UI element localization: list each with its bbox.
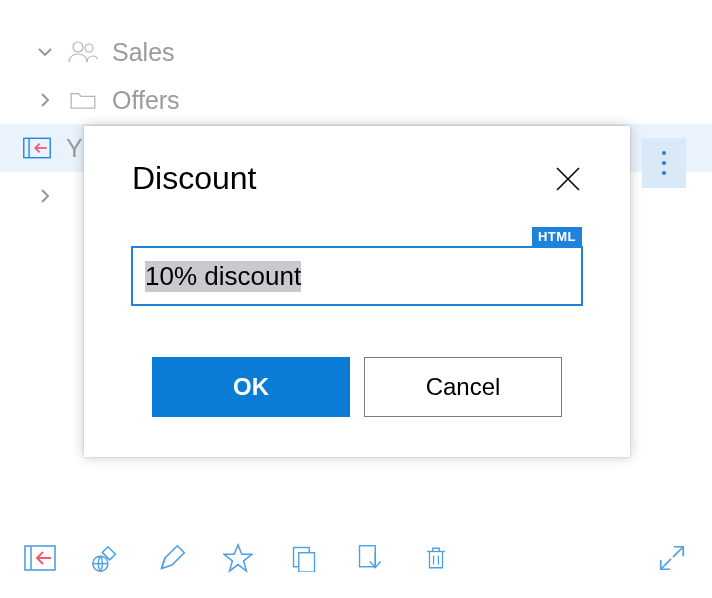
dialog-title: Discount bbox=[132, 160, 257, 197]
people-icon bbox=[68, 40, 98, 64]
star-icon[interactable] bbox=[222, 542, 254, 574]
svg-rect-15 bbox=[299, 553, 315, 572]
chevron-right-icon bbox=[36, 187, 54, 205]
svg-point-1 bbox=[85, 44, 93, 52]
close-icon[interactable] bbox=[554, 165, 582, 193]
cancel-button[interactable]: Cancel bbox=[364, 357, 562, 417]
copy-icon[interactable] bbox=[288, 542, 320, 574]
more-options-button[interactable] bbox=[642, 138, 686, 188]
tree-item-label: Sales bbox=[112, 38, 175, 67]
folder-arrow-icon bbox=[22, 136, 52, 160]
svg-line-21 bbox=[661, 559, 671, 569]
tree-item-label: Y bbox=[66, 134, 83, 163]
tree-item-label: Offers bbox=[112, 86, 180, 115]
tree-item-offers[interactable]: Offers bbox=[0, 76, 712, 124]
discount-dialog: Discount HTML OK Cancel bbox=[84, 126, 630, 457]
globe-pen-icon[interactable] bbox=[90, 542, 122, 574]
pencil-icon[interactable] bbox=[156, 542, 188, 574]
svg-line-20 bbox=[673, 547, 683, 557]
field-type-badge: HTML bbox=[532, 227, 582, 246]
svg-marker-13 bbox=[224, 545, 252, 571]
panel-arrow-icon[interactable] bbox=[24, 542, 56, 574]
ok-button[interactable]: OK bbox=[152, 357, 350, 417]
kebab-icon bbox=[662, 151, 666, 155]
chevron-right-icon bbox=[36, 91, 54, 109]
discount-input[interactable] bbox=[132, 247, 582, 305]
trash-icon[interactable] bbox=[420, 542, 452, 574]
chevron-down-icon bbox=[36, 43, 54, 61]
expand-icon[interactable] bbox=[656, 542, 688, 574]
folder-icon bbox=[68, 88, 98, 112]
tree-item-sales[interactable]: Sales bbox=[0, 28, 712, 76]
bottom-toolbar bbox=[0, 536, 712, 580]
svg-point-0 bbox=[73, 42, 83, 52]
svg-rect-16 bbox=[360, 546, 376, 567]
download-icon[interactable] bbox=[354, 542, 386, 574]
